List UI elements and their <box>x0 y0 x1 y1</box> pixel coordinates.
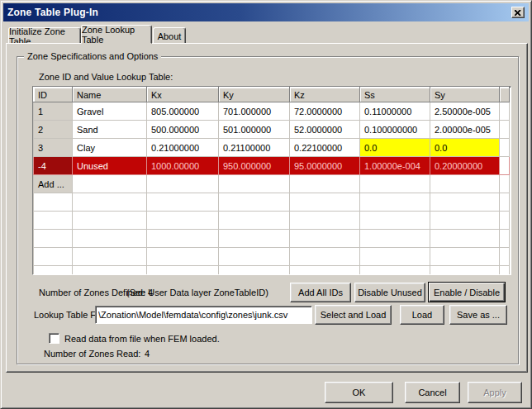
table-row-empty <box>34 193 510 212</box>
cell-extra <box>500 121 510 139</box>
zones-read-value: 4 <box>145 349 150 359</box>
cell-kz[interactable]: 0.22100000 <box>290 139 360 157</box>
table-row-empty <box>34 230 510 248</box>
cell-name[interactable]: Gravel <box>73 102 147 121</box>
column-header-ss[interactable]: Ss <box>360 88 430 102</box>
cell-sy[interactable]: 2.50000e-005 <box>430 102 500 121</box>
cell-kx[interactable]: 1000.00000 <box>147 157 219 175</box>
table-row-empty <box>34 212 510 230</box>
column-header-ky[interactable]: Ky <box>219 88 290 102</box>
column-header-name[interactable]: Name <box>73 88 147 102</box>
read-on-load-checkbox[interactable] <box>49 333 59 344</box>
cell-extra <box>500 139 510 157</box>
zone-table-plugin-dialog: Zone Table Plug-In Initialize Zone Table… <box>0 0 532 409</box>
grid-header-row: ID Name Kx Ky Kz Ss Sy <box>34 88 510 102</box>
cell-ky[interactable]: 0.21100000 <box>219 139 290 157</box>
cell-name[interactable]: Sand <box>73 121 147 139</box>
column-header-kz[interactable]: Kz <box>290 88 360 102</box>
lookup-file-input[interactable] <box>95 306 312 324</box>
save-as-button[interactable]: Save as ... <box>449 305 507 325</box>
tab-about[interactable]: About <box>153 27 186 44</box>
tab-label: About <box>158 31 182 41</box>
table-row-add: Add ... <box>34 175 510 193</box>
groupbox-title: Zone Specifications and Options <box>24 51 161 61</box>
cell-sy[interactable] <box>430 175 500 193</box>
cell-name[interactable]: Unused <box>73 157 147 175</box>
table-row: 2 Sand 500.000000 501.000000 52.0000000 … <box>34 121 510 139</box>
cell-name[interactable]: Clay <box>73 139 147 157</box>
tab-initialize-zone-table[interactable]: Initialize Zone Table <box>8 27 81 44</box>
apply-button: Apply <box>468 382 522 403</box>
enable-disable-button[interactable]: Enable / Disable <box>428 282 506 302</box>
window-title: Zone Table Plug-In <box>3 7 98 18</box>
cancel-button[interactable]: Cancel <box>405 382 460 403</box>
cell-ky[interactable] <box>219 175 290 193</box>
table-row-empty <box>34 266 510 276</box>
table-row: 1 Gravel 805.000000 701.000000 72.000000… <box>34 102 510 121</box>
zone-lookup-grid[interactable]: ID Name Kx Ky Kz Ss Sy 1 Gravel 805.0000… <box>32 86 511 275</box>
cell-kz[interactable]: 52.0000000 <box>290 121 360 139</box>
cell-kx[interactable] <box>147 175 219 193</box>
load-button[interactable]: Load <box>400 305 444 325</box>
cell-name[interactable] <box>73 175 147 193</box>
cell-extra <box>500 157 510 175</box>
close-icon <box>515 10 521 16</box>
ok-button[interactable]: OK <box>325 382 393 403</box>
cell-ss[interactable]: 0.100000000 <box>360 121 430 139</box>
cell-ss[interactable]: 0.11000000 <box>360 102 430 121</box>
tab-label: Zone Lookup Table <box>82 25 151 45</box>
cell-id[interactable]: 1 <box>34 102 73 121</box>
cell-sy[interactable]: 0.20000000 <box>430 157 500 175</box>
cell-ky[interactable]: 701.000000 <box>219 102 290 121</box>
column-header-kx[interactable]: Kx <box>147 88 219 102</box>
zones-defined-note: (See User Data layer ZoneTableID) <box>126 288 268 297</box>
add-all-ids-button[interactable]: Add All IDs <box>290 283 351 302</box>
cell-id[interactable]: 2 <box>34 121 73 139</box>
tab-zone-lookup-table[interactable]: Zone Lookup Table <box>81 25 152 44</box>
lookup-table-label: Zone ID and Value Lookup Table: <box>39 72 173 82</box>
column-header-sy[interactable]: Sy <box>430 88 500 102</box>
column-header-extra <box>500 88 510 102</box>
cell-id[interactable]: -4 <box>34 157 73 175</box>
cell-kx[interactable]: 805.000000 <box>147 102 219 121</box>
close-button[interactable] <box>511 7 525 18</box>
table-row-unused: -4 Unused 1000.00000 950.000000 95.00000… <box>34 157 510 175</box>
select-and-load-button[interactable]: Select and Load <box>315 305 392 325</box>
cell-sy-highlighted[interactable]: 0.0 <box>430 139 500 157</box>
cell-ky[interactable]: 501.000000 <box>219 121 290 139</box>
cell-extra <box>500 102 510 121</box>
table-row: 3 Clay 0.21000000 0.21100000 0.22100000 … <box>34 139 510 157</box>
cell-kx[interactable]: 500.000000 <box>147 121 219 139</box>
cell-kz[interactable] <box>290 175 360 193</box>
cell-kx[interactable]: 0.21000000 <box>147 139 219 157</box>
cell-ss-highlighted[interactable]: 0.0 <box>360 139 430 157</box>
column-header-id[interactable]: ID <box>34 88 73 102</box>
cell-ss[interactable]: 1.00000e-004 <box>360 157 430 175</box>
cell-kz[interactable]: 72.0000000 <box>290 102 360 121</box>
cell-sy[interactable]: 2.00000e-005 <box>430 121 500 139</box>
cell-ss[interactable] <box>360 175 430 193</box>
cell-extra <box>500 175 510 193</box>
disable-unused-button[interactable]: Disable Unused <box>354 283 425 302</box>
table-row-empty <box>34 248 510 266</box>
zones-read-label: Number of Zones Read: <box>44 349 140 359</box>
cell-ky[interactable]: 950.000000 <box>219 157 290 175</box>
read-on-load-label[interactable]: Read data from file when FEM loaded. <box>64 334 220 344</box>
add-row-cell[interactable]: Add ... <box>34 175 73 193</box>
title-bar[interactable]: Zone Table Plug-In <box>3 3 529 21</box>
cell-id[interactable]: 3 <box>34 139 73 157</box>
cell-kz[interactable]: 95.0000000 <box>290 157 360 175</box>
